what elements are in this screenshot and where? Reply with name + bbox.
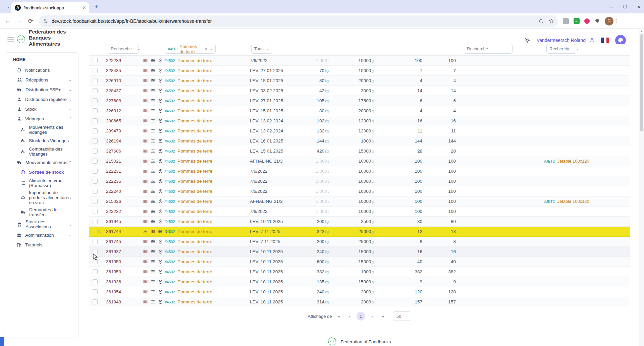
movement-id-link[interactable]: 215026 [104, 199, 141, 204]
movement-id-link[interactable]: 361945 [104, 219, 141, 224]
row-checkbox[interactable] [93, 179, 98, 184]
history-icon[interactable] [158, 179, 163, 184]
row-checkbox[interactable] [93, 108, 98, 113]
history-icon[interactable] [158, 88, 163, 93]
barcode-icon[interactable] [143, 88, 148, 93]
movement-id-link[interactable]: 288665 [104, 118, 141, 123]
url-text[interactable]: dev.stock.foodbanksit.be/stock/app/fr-BE… [52, 18, 534, 24]
sliders-icon[interactable] [150, 58, 156, 63]
sliders-icon[interactable] [150, 209, 156, 214]
sliders-icon[interactable] [150, 159, 156, 164]
barcode-icon[interactable] [143, 239, 148, 244]
language-flag-fr[interactable] [601, 38, 609, 43]
table-row[interactable]: 327606 #4502 Pommes de terre LEV. 15 01 … [89, 146, 630, 156]
table-row[interactable]: 222231 #4502 Pommes de terre 7/6/2022 1.… [89, 166, 630, 176]
history-icon[interactable] [158, 98, 163, 103]
barcode-icon[interactable] [143, 219, 148, 224]
table-row[interactable]: 289479 #4502 Pommes de terre LEV. 13 02 … [89, 126, 630, 136]
prev-page-button[interactable]: ‹ [346, 314, 353, 319]
movement-id-link[interactable]: 289479 [104, 128, 141, 133]
browser-tab[interactable]: A foodbanks-stock-app ✕ [11, 2, 89, 13]
row-checkbox[interactable] [93, 189, 98, 194]
barcode-icon[interactable] [143, 179, 148, 184]
barcode-icon[interactable] [143, 209, 148, 214]
movement-id-link[interactable]: 361953 [104, 269, 141, 274]
table-row[interactable]: 222232 #4502 Pommes de terre 7/6/2022 1.… [89, 207, 630, 217]
sliders-icon[interactable] [150, 118, 156, 123]
row-checkbox[interactable] [93, 299, 98, 304]
barcode-icon[interactable] [143, 149, 148, 154]
barcode-icon[interactable] [143, 128, 148, 133]
table-row[interactable]: 361936 #4502 Pommes de terre LEV. 10 11 … [89, 277, 630, 287]
table-row[interactable]: 361954 #4502 Pommes de terre LEV. 10 11 … [89, 287, 630, 297]
table-row[interactable]: 361953 #4502 Pommes de terre LEV. 10 11 … [89, 267, 630, 277]
row-checkbox[interactable] [93, 88, 98, 93]
barcode-icon[interactable] [143, 189, 148, 194]
row-checkbox[interactable] [93, 209, 98, 214]
last-page-button[interactable]: » [379, 314, 386, 319]
sliders-icon[interactable] [150, 68, 156, 73]
barcode-icon[interactable] [143, 269, 148, 274]
sliders-icon[interactable] [150, 78, 156, 83]
history-icon[interactable] [158, 269, 163, 274]
sliders-icon[interactable] [150, 199, 156, 204]
history-icon[interactable] [158, 299, 163, 304]
table-row[interactable]: 361948 #4502 Pommes de terre LEV. 10 11 … [89, 297, 630, 307]
row-checkbox[interactable] [93, 159, 98, 164]
barcode-icon[interactable] [143, 68, 148, 73]
history-icon[interactable] [158, 239, 163, 244]
page-scrollbar[interactable]: ▲ [639, 29, 644, 346]
user-name-link[interactable]: Vandermeersch Roland [537, 38, 586, 43]
sliders-icon[interactable] [150, 269, 156, 274]
status-filter-select[interactable]: Tous ⌄ [251, 44, 272, 54]
sidebar-item[interactable]: Distribution régulière ⌄ [4, 95, 78, 104]
history-icon[interactable] [158, 169, 163, 174]
reload-button[interactable]: ⟳ [25, 17, 36, 25]
sliders-icon[interactable] [150, 128, 156, 133]
puzzle-icon[interactable] [594, 18, 600, 24]
barcode-icon[interactable] [143, 299, 148, 304]
sliders-icon[interactable] [150, 88, 156, 93]
row-checkbox[interactable] [93, 149, 98, 154]
row-checkbox[interactable] [93, 279, 98, 284]
history-icon[interactable] [158, 68, 163, 73]
sliders-icon[interactable] [150, 108, 156, 113]
sidebar-item[interactable]: Stock des Vidanges [4, 136, 78, 146]
history-icon[interactable] [158, 118, 163, 123]
sliders-icon[interactable] [150, 299, 156, 304]
movement-id-link[interactable]: 222240 [104, 189, 141, 194]
row-checkbox[interactable] [93, 58, 98, 63]
sliders-icon[interactable] [150, 239, 156, 244]
tab-close-icon[interactable]: ✕ [83, 5, 86, 10]
sidebar-item[interactable]: Sorties de stock [4, 167, 78, 177]
barcode-icon[interactable] [150, 229, 155, 234]
sliders-icon[interactable] [150, 98, 156, 103]
barcode-icon[interactable] [143, 199, 148, 204]
barcode-icon[interactable] [143, 259, 148, 264]
movement-id-link[interactable]: 328435 [104, 68, 141, 73]
sliders-icon[interactable] [150, 219, 156, 224]
movement-id-link[interactable]: 328437 [104, 88, 141, 93]
history-icon[interactable] [158, 259, 163, 264]
search-input[interactable]: Recherche... [464, 44, 513, 54]
minimize-button[interactable]: — [609, 4, 613, 9]
row-checkbox[interactable] [93, 118, 98, 123]
sidebar-item[interactable]: Stock ⌄ [4, 104, 78, 114]
sliders-icon[interactable] [150, 289, 156, 294]
history-icon[interactable] [158, 149, 163, 154]
zoom-lens-icon[interactable] [538, 18, 544, 24]
barcode-icon[interactable] [143, 289, 148, 294]
table-row[interactable]: 326912 #4502 Pommes de terre LEV. 15 01 … [89, 106, 630, 116]
history-icon[interactable] [158, 199, 163, 204]
table-row[interactable]: 361745 #4502 Pommes de terre LEV. 7 11 2… [89, 237, 630, 247]
table-row[interactable]: 222239 #4502 Pommes de terre 7/6/2022 1.… [89, 56, 630, 66]
row-checkbox[interactable] [93, 138, 98, 143]
row-checkbox[interactable] [93, 219, 98, 224]
sidebar-item[interactable]: Comptabilité des Vidanges [4, 146, 78, 158]
theme-toggle-sun-icon[interactable] [524, 37, 531, 44]
barcode-icon[interactable] [143, 108, 148, 113]
user-icon[interactable] [589, 37, 595, 43]
movement-id-link[interactable]: 361954 [104, 289, 141, 294]
history-icon[interactable] [158, 128, 163, 133]
extension-red-icon[interactable] [584, 18, 590, 24]
